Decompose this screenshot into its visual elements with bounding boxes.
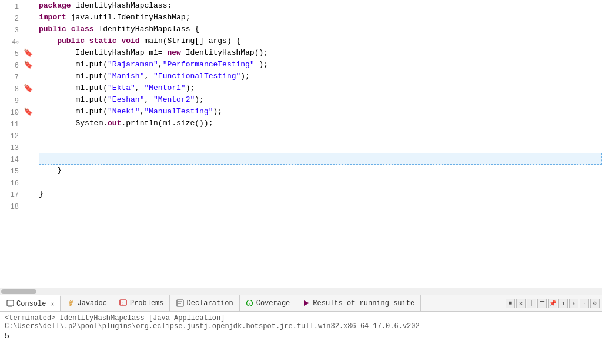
- ln-4: 4○: [12, 36, 19, 48]
- settings-btn[interactable]: ⚙: [590, 299, 600, 308]
- gutter-11: [22, 118, 34, 129]
- expand-btn[interactable]: ⬆: [558, 299, 568, 308]
- ln-7: 7: [15, 72, 19, 84]
- code-line-2[interactable]: import java.util.IdentityHashMap;: [39, 12, 602, 24]
- pin-btn[interactable]: 📌: [548, 299, 557, 308]
- view-menu-btn[interactable]: ☰: [537, 299, 547, 308]
- gutter-16: [22, 176, 34, 188]
- tab-actions: ■ ✕ | ☰ 📌 ⬆ ⬇ ⊡ ⚙: [506, 299, 602, 308]
- console-output-line: 5: [5, 332, 597, 340]
- ln-16: 16: [11, 178, 19, 189]
- ln-2: 2: [15, 13, 19, 25]
- gutter-5: 🔖: [22, 47, 34, 59]
- ln-3: 3: [15, 25, 19, 36]
- tab-results[interactable]: Results of running suite: [296, 295, 421, 311]
- svg-text:!: !: [122, 300, 125, 306]
- gutter-7: [22, 71, 34, 82]
- ln-6: 6: [15, 60, 19, 72]
- gutter-17: [22, 188, 34, 200]
- scrollbar-thumb[interactable]: [1, 289, 36, 294]
- code-line-15[interactable]: }: [39, 165, 602, 176]
- results-icon: [302, 299, 310, 308]
- gutter-18: [22, 200, 34, 212]
- ln-10: 10: [11, 107, 19, 119]
- ln-1: 1: [15, 1, 19, 13]
- gutter-8: 🔖: [22, 82, 34, 94]
- tab-coverage[interactable]: ✓ Coverage: [240, 295, 297, 311]
- sync-btn[interactable]: ⊡: [580, 299, 589, 308]
- code-line-16[interactable]: [39, 176, 602, 188]
- code-lines: package identityHashMapclass; import jav…: [34, 0, 602, 212]
- tab-declaration[interactable]: Declaration: [170, 295, 239, 311]
- coverage-icon: ✓: [246, 299, 254, 308]
- problems-tab-label: Problems: [130, 299, 164, 308]
- code-container: 1 2 3 4○ 5 6 7 8 9 10 11 12 13 14 15 16 …: [0, 0, 602, 288]
- code-line-4[interactable]: public static void main(String[] args) {: [39, 35, 602, 47]
- gutter-10: 🔖: [22, 106, 34, 118]
- gutter-12: [22, 129, 34, 141]
- ln-18: 18: [11, 201, 19, 213]
- console-tab-label: Console: [16, 300, 46, 308]
- gutter-3: [22, 24, 34, 35]
- ln-8: 8: [15, 84, 19, 95]
- console-content: <terminated> IdentityHashMapclass [Java …: [0, 312, 602, 364]
- tab-console[interactable]: Console ✕: [0, 295, 61, 311]
- collapse-btn[interactable]: ⬇: [569, 299, 578, 308]
- code-line-12[interactable]: [39, 129, 602, 141]
- gutter-6: 🔖: [22, 59, 34, 71]
- ln-9: 9: [15, 95, 19, 107]
- ln-12: 12: [11, 131, 19, 142]
- line-numbers: 1 2 3 4○ 5 6 7 8 9 10 11 12 13 14 15 16 …: [0, 0, 22, 288]
- ln-14: 14: [11, 154, 19, 166]
- close-btn[interactable]: ✕: [516, 299, 526, 308]
- code-line-3[interactable]: public class IdentityHashMapclass {: [39, 24, 602, 35]
- code-area[interactable]: package identityHashMapclass; import jav…: [34, 0, 602, 288]
- code-line-14[interactable]: [39, 153, 602, 165]
- code-line-7[interactable]: m1.put("Manish", "FunctionalTesting");: [39, 71, 602, 82]
- results-tab-label: Results of running suite: [313, 299, 414, 308]
- code-line-6[interactable]: m1.put("Rajaraman","PerformanceTesting" …: [39, 59, 602, 71]
- problems-icon: !: [119, 299, 128, 308]
- code-line-1[interactable]: package identityHashMapclass;: [39, 0, 602, 12]
- gutter-13: [22, 141, 34, 153]
- gutter-2: [22, 12, 34, 24]
- kw-import: import: [39, 12, 66, 24]
- separator: |: [527, 299, 536, 308]
- tab-problems[interactable]: ! Problems: [113, 295, 170, 311]
- editor-area: 1 2 3 4○ 5 6 7 8 9 10 11 12 13 14 15 16 …: [0, 0, 602, 295]
- horizontal-scrollbar[interactable]: [0, 288, 602, 295]
- console-tab-close[interactable]: ✕: [51, 300, 54, 308]
- code-line-9[interactable]: m1.put("Eeshan", "Mentor2");: [39, 94, 602, 106]
- svg-text:✓: ✓: [249, 302, 251, 306]
- javadoc-tab-label: Javadoc: [77, 299, 106, 308]
- code-line-10[interactable]: m1.put("Neeki","ManualTesting");: [39, 106, 602, 118]
- javadoc-icon: @: [66, 299, 75, 308]
- gutter-4: [22, 35, 34, 47]
- code-line-17[interactable]: }: [39, 188, 602, 200]
- gutter-1: [22, 0, 34, 12]
- code-line-5[interactable]: IdentityHashMap m1= new IdentityHashMap(…: [39, 47, 602, 59]
- gutter-14: [22, 153, 34, 165]
- console-icon: [6, 300, 14, 308]
- console-area: <terminated> IdentityHashMapclass [Java …: [0, 311, 602, 364]
- gutter-15: [22, 165, 34, 176]
- ln-11: 11: [11, 119, 19, 131]
- kw-package: package: [39, 0, 71, 12]
- svg-marker-9: [304, 300, 309, 306]
- ln-15: 15: [11, 166, 19, 178]
- code-line-13[interactable]: [39, 141, 602, 153]
- ln-13: 13: [11, 142, 19, 154]
- minimize-btn[interactable]: ■: [506, 299, 515, 308]
- ln-17: 17: [11, 189, 19, 201]
- gutter-9: [22, 94, 34, 106]
- code-line-18[interactable]: [39, 200, 602, 212]
- coverage-tab-label: Coverage: [256, 299, 290, 308]
- declaration-icon: [176, 299, 184, 308]
- declaration-tab-label: Declaration: [186, 299, 233, 308]
- svg-rect-0: [7, 300, 14, 306]
- gutter: 🔖 🔖 🔖 🔖: [22, 0, 34, 288]
- code-line-11[interactable]: System.out.println(m1.size());: [39, 118, 602, 129]
- tab-bar: Console ✕ @ Javadoc ! Problems Declarati…: [0, 295, 602, 311]
- code-line-8[interactable]: m1.put("Ekta", "Mentor1");: [39, 82, 602, 94]
- tab-javadoc[interactable]: @ Javadoc: [61, 295, 113, 311]
